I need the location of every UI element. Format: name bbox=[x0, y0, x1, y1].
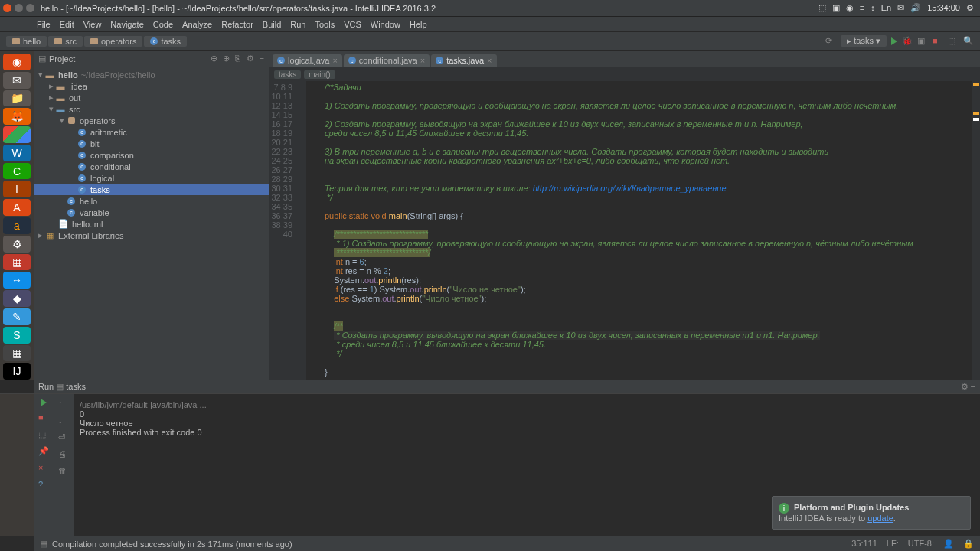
tray-icon[interactable]: ▣ bbox=[832, 3, 840, 13]
settings-icon[interactable]: ⚙ bbox=[3, 236, 31, 253]
tab-conditional[interactable]: cconditional.java× bbox=[344, 54, 430, 67]
print-icon[interactable]: 🖨 bbox=[58, 449, 69, 460]
intellij-icon[interactable]: IJ bbox=[3, 363, 31, 380]
teamviewer-icon[interactable]: ↔ bbox=[3, 272, 31, 289]
wrap-icon[interactable]: ⏎ bbox=[58, 432, 69, 443]
breadcrumb[interactable]: ctasks bbox=[144, 36, 187, 47]
run-button[interactable] bbox=[891, 37, 897, 45]
help-icon[interactable]: ? bbox=[38, 480, 49, 491]
error-stripe[interactable] bbox=[972, 81, 980, 380]
layout-icon[interactable]: ⬚ bbox=[38, 429, 49, 440]
project-view-icon[interactable]: ▤ bbox=[38, 54, 46, 64]
breadcrumb[interactable]: operators bbox=[84, 36, 142, 47]
menu-help[interactable]: Help bbox=[410, 20, 427, 29]
code-area[interactable]: 7 8 9 10 11 12 13 14 15 16 17 18 19 20 2… bbox=[270, 81, 980, 380]
structure-breadcrumb[interactable]: tasksmain() bbox=[270, 67, 980, 81]
menu-navigate[interactable]: Navigate bbox=[110, 20, 143, 29]
tray-icon[interactable]: ◉ bbox=[846, 3, 854, 13]
app-icon[interactable]: ✎ bbox=[3, 308, 31, 325]
menu-build[interactable]: Build bbox=[263, 20, 281, 29]
maximize-icon[interactable] bbox=[26, 4, 34, 12]
tray-icon[interactable]: ⬚ bbox=[818, 3, 826, 13]
firefox-icon[interactable]: 🦊 bbox=[3, 108, 31, 125]
close-icon[interactable]: × bbox=[38, 463, 49, 474]
app-icon[interactable]: ▦ bbox=[3, 254, 31, 271]
project-tree[interactable]: ▾▬hello~/IdeaProjects/hello ▸▬.idea ▸▬ou… bbox=[34, 67, 269, 380]
menu-analyze[interactable]: Analyze bbox=[182, 20, 212, 29]
project-header[interactable]: Project bbox=[49, 54, 207, 64]
line-separator[interactable]: LF: bbox=[887, 539, 899, 549]
tray-icon[interactable]: En bbox=[881, 3, 891, 13]
lock-icon[interactable]: 🔒 bbox=[963, 539, 974, 549]
class-icon: c bbox=[348, 57, 356, 64]
close-icon[interactable] bbox=[3, 4, 11, 12]
menu-edit[interactable]: Edit bbox=[60, 20, 74, 29]
caret-position[interactable]: 35:111 bbox=[851, 539, 877, 549]
impress-icon[interactable]: I bbox=[3, 181, 31, 197]
tray-icon[interactable]: ↕ bbox=[871, 3, 875, 13]
tab-logical[interactable]: clogical.java× bbox=[273, 54, 342, 67]
tray-icon[interactable]: ✉ bbox=[897, 3, 904, 13]
update-link[interactable]: update bbox=[867, 514, 893, 523]
collapse-icon[interactable]: ⊖ bbox=[211, 54, 217, 63]
menu-window[interactable]: Window bbox=[371, 20, 400, 29]
hide-icon[interactable]: − bbox=[260, 54, 264, 63]
files-icon[interactable]: 📁 bbox=[3, 90, 31, 107]
debug-button[interactable]: 🐞 bbox=[902, 36, 913, 46]
pin-icon[interactable]: 📌 bbox=[38, 446, 49, 457]
unity-launcher: ◉ ✉ 📁 🦊 W C I A a ⚙ ▦ ↔ ◆ ✎ S ▦ IJ bbox=[0, 51, 34, 380]
menu-tools[interactable]: Tools bbox=[315, 20, 335, 29]
breadcrumb[interactable]: src bbox=[48, 36, 83, 47]
menu-run[interactable]: Run bbox=[290, 20, 305, 29]
minimize-icon[interactable] bbox=[15, 4, 23, 12]
tray-icon[interactable]: 🔊 bbox=[910, 3, 921, 13]
amazon-icon[interactable]: a bbox=[3, 217, 31, 234]
rerun-icon[interactable] bbox=[41, 399, 47, 406]
app-icon[interactable]: S bbox=[3, 327, 31, 344]
coverage-icon[interactable]: ▣ bbox=[917, 36, 928, 47]
tray-icon[interactable]: ≡ bbox=[860, 3, 864, 13]
down-icon[interactable]: ↓ bbox=[58, 416, 69, 426]
up-icon[interactable]: ↑ bbox=[58, 399, 69, 409]
chrome-icon[interactable] bbox=[3, 126, 31, 143]
source-text[interactable]: /**Задачи 1) Создать программу, проверяю… bbox=[306, 81, 980, 380]
menubar: File Edit View Navigate Code Analyze Ref… bbox=[0, 17, 980, 32]
menu-vcs[interactable]: VCS bbox=[344, 20, 361, 29]
build-icon[interactable]: ⟳ bbox=[825, 36, 836, 47]
search-icon[interactable]: 🔍 bbox=[963, 36, 974, 47]
tab-tasks[interactable]: ctasks.java× bbox=[431, 54, 496, 67]
breadcrumb[interactable]: hello bbox=[6, 36, 47, 47]
scroll-from-icon[interactable]: ⎘ bbox=[235, 54, 240, 63]
settings-icon[interactable]: ⚙ − bbox=[961, 382, 975, 392]
file-encoding[interactable]: UTF-8: bbox=[908, 539, 934, 549]
stop-icon[interactable]: ■ bbox=[38, 412, 49, 423]
app-icon[interactable]: ◆ bbox=[3, 290, 31, 307]
close-tab-icon[interactable]: × bbox=[487, 56, 492, 65]
menu-view[interactable]: View bbox=[83, 20, 102, 29]
thunderbird-icon[interactable]: ✉ bbox=[3, 72, 31, 89]
update-notification[interactable]: i Platform and Plugin Updates IntelliJ I… bbox=[772, 496, 971, 530]
menu-code[interactable]: Code bbox=[153, 20, 173, 29]
ubuntu-dash-icon[interactable]: ◉ bbox=[3, 54, 31, 70]
run-tab-label[interactable]: Run ▤ tasks bbox=[38, 382, 86, 392]
status-bar: ▤ Compilation completed successfully in … bbox=[34, 536, 980, 551]
close-tab-icon[interactable]: × bbox=[420, 56, 425, 65]
clear-icon[interactable]: 🗑 bbox=[58, 466, 69, 477]
layout-icon[interactable]: ⬚ bbox=[948, 36, 959, 47]
gear-icon[interactable]: ⚙ bbox=[966, 3, 974, 13]
calc-icon[interactable]: C bbox=[3, 163, 31, 180]
menu-file[interactable]: File bbox=[37, 20, 51, 29]
menu-refactor[interactable]: Refactor bbox=[221, 20, 253, 29]
close-tab-icon[interactable]: × bbox=[332, 56, 337, 65]
software-icon[interactable]: A bbox=[3, 199, 31, 216]
run-config-selector[interactable]: ▸ tasks ▾ bbox=[841, 35, 887, 47]
status-icon[interactable]: ▤ bbox=[40, 539, 47, 549]
inspect-icon[interactable]: 👤 bbox=[943, 539, 954, 549]
expand-icon[interactable]: ⊕ bbox=[223, 54, 230, 63]
window-title: hello - [~/IdeaProjects/hello] - [hello]… bbox=[41, 4, 818, 13]
app-icon[interactable]: ▦ bbox=[3, 345, 31, 362]
tray-time[interactable]: 15:34:00 bbox=[927, 3, 960, 13]
stop-icon[interactable]: ■ bbox=[933, 36, 943, 47]
writer-icon[interactable]: W bbox=[3, 145, 31, 161]
settings-icon[interactable]: ⚙ bbox=[247, 54, 254, 63]
